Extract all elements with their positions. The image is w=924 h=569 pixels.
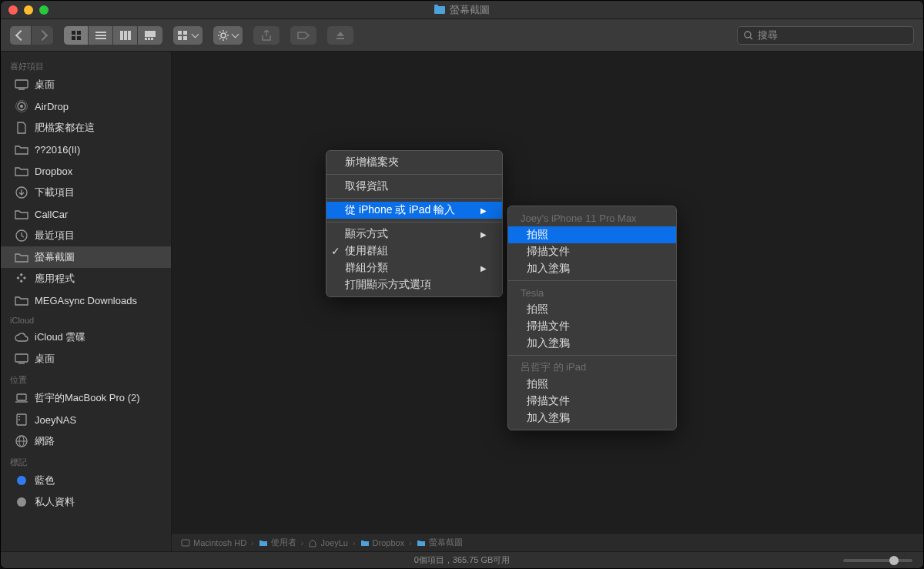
submenu-device-header: Tesla	[508, 284, 676, 301]
list-icon	[95, 31, 106, 40]
path-crumb[interactable]: JoeyLu	[308, 538, 347, 547]
svg-point-23	[20, 105, 23, 108]
svg-rect-21	[15, 80, 28, 88]
svg-rect-0	[72, 31, 75, 35]
sidebar-item-label: 應用程式	[35, 272, 75, 286]
close-button[interactable]	[8, 5, 18, 15]
chevron-right-icon: ›	[301, 538, 304, 547]
menu-item[interactable]: 群組分類▶	[326, 259, 502, 276]
submenu-item[interactable]: 加入塗鴉	[508, 260, 676, 277]
sidebar-item[interactable]: AirDrop	[1, 95, 171, 117]
sidebar-item[interactable]: 桌面	[1, 348, 171, 370]
sidebar-item[interactable]: 桌面	[1, 74, 171, 95]
sidebar-item[interactable]: 應用程式	[1, 268, 171, 290]
sidebar-item[interactable]: 哲宇的MacBook Pro (2)	[1, 387, 171, 409]
eject-button[interactable]	[327, 26, 353, 45]
sidebar-item[interactable]: 肥檔案都在這	[1, 117, 171, 139]
submenu-item[interactable]: 加入塗鴉	[508, 335, 676, 352]
sidebar-item[interactable]: ??2016(II)	[1, 139, 171, 160]
svg-rect-1	[77, 31, 81, 35]
sidebar-item[interactable]: 藍色	[1, 470, 171, 491]
submenu-arrow-icon: ▶	[480, 206, 487, 215]
folder-icon	[15, 295, 28, 306]
sidebar-item[interactable]: Dropbox	[1, 160, 171, 182]
sidebar-item-label: JoeyNAS	[35, 414, 76, 426]
sidebar-item[interactable]: 私人資料	[1, 491, 171, 513]
context-submenu[interactable]: Joey's iPhone 11 Pro Max拍照掃描文件加入塗鴉Tesla拍…	[507, 206, 677, 430]
menu-item[interactable]: 新增檔案夾	[326, 154, 502, 171]
chevron-right-icon: ›	[251, 538, 254, 547]
menu-item-label: 打開顯示方式選項	[345, 278, 431, 292]
path-crumb[interactable]: Dropbox	[360, 538, 405, 547]
columns-icon	[120, 31, 131, 40]
submenu-item[interactable]: 加入塗鴉	[508, 410, 676, 427]
forward-button[interactable]	[32, 26, 53, 45]
search-placeholder: 搜尋	[758, 28, 778, 42]
sidebar-item[interactable]: MEGAsync Downloads	[1, 290, 171, 311]
icon-view-button[interactable]	[64, 26, 89, 45]
path-crumb[interactable]: 使用者	[259, 537, 296, 548]
content-pane: 新增檔案夾取得資訊從 iPhone 或 iPad 輸入▶顯示方式▶✓使用群組群組…	[172, 52, 923, 551]
download-icon	[15, 187, 28, 198]
sidebar-section-header: 喜好項目	[1, 56, 171, 74]
sidebar-item[interactable]: iCloud 雲碟	[1, 326, 171, 348]
share-button[interactable]	[253, 26, 280, 45]
sidebar[interactable]: 喜好項目桌面AirDrop肥檔案都在這??2016(II)Dropbox下載項目…	[1, 52, 172, 551]
sidebar-section-header: 標記	[1, 452, 171, 470]
path-crumb[interactable]: 螢幕截圖	[417, 537, 463, 548]
submenu-item[interactable]: 掃描文件	[508, 393, 676, 410]
path-crumb[interactable]: Macintosh HD	[181, 538, 246, 547]
menu-item[interactable]: ✓使用群組	[326, 243, 502, 259]
content-area[interactable]: 新增檔案夾取得資訊從 iPhone 或 iPad 輸入▶顯示方式▶✓使用群組群組…	[172, 52, 923, 533]
svg-rect-32	[17, 414, 26, 425]
folder-icon	[15, 209, 28, 219]
context-menu[interactable]: 新增檔案夾取得資訊從 iPhone 或 iPad 輸入▶顯示方式▶✓使用群組群組…	[326, 150, 503, 297]
tag-blue-icon	[15, 475, 28, 486]
menu-item[interactable]: 取得資訊	[326, 178, 502, 195]
tag-gray-icon	[15, 497, 28, 507]
sidebar-item[interactable]: CallCar	[1, 203, 171, 225]
menu-item-label: 從 iPhone 或 iPad 輸入	[345, 203, 455, 217]
sidebar-item[interactable]: JoeyNAS	[1, 409, 171, 430]
window-title: 螢幕截圖	[450, 3, 490, 17]
group-dropdown[interactable]	[173, 26, 203, 45]
sidebar-item[interactable]: 最近項目	[1, 225, 171, 246]
submenu-item[interactable]: 拍照	[508, 301, 676, 318]
svg-rect-10	[145, 31, 156, 37]
grid-icon	[71, 30, 82, 41]
zoom-button[interactable]	[39, 5, 49, 15]
minimize-button[interactable]	[24, 5, 33, 15]
column-view-button[interactable]	[113, 26, 138, 45]
apps-icon	[15, 273, 28, 284]
action-dropdown[interactable]	[213, 26, 243, 45]
menu-item[interactable]: 打開顯示方式選項	[326, 276, 502, 293]
folder-icon	[259, 539, 268, 547]
chevron-right-icon: ›	[409, 538, 412, 547]
svg-rect-9	[128, 31, 131, 40]
svg-rect-17	[183, 36, 187, 40]
menu-item[interactable]: 顯示方式▶	[326, 226, 502, 243]
back-button[interactable]	[10, 26, 32, 45]
zoom-slider[interactable]	[843, 559, 912, 562]
menu-item[interactable]: 從 iPhone 或 iPad 輸入▶	[326, 202, 502, 219]
gallery-view-button[interactable]	[138, 26, 162, 45]
path-bar[interactable]: Macintosh HD›使用者›JoeyLu›Dropbox›螢幕截圖	[172, 533, 923, 551]
path-crumb-label: 螢幕截圖	[429, 537, 463, 548]
list-view-button[interactable]	[89, 26, 113, 45]
menu-item-label: 群組分類	[345, 261, 388, 275]
menu-item-label: 使用群組	[345, 244, 388, 258]
sidebar-item-label: 桌面	[35, 352, 55, 366]
submenu-item-label: 加入塗鴉	[527, 262, 570, 276]
svg-point-18	[221, 33, 226, 38]
tags-button[interactable]	[290, 26, 316, 45]
submenu-item-label: 加入塗鴉	[527, 336, 570, 350]
sidebar-item[interactable]: 下載項目	[1, 182, 171, 203]
submenu-item[interactable]: 掃描文件	[508, 318, 676, 335]
submenu-item[interactable]: 拍照	[508, 226, 676, 243]
desktop-icon	[15, 353, 28, 364]
sidebar-item[interactable]: 螢幕截圖	[1, 246, 171, 268]
submenu-item[interactable]: 拍照	[508, 376, 676, 393]
search-field[interactable]: 搜尋	[737, 26, 914, 45]
sidebar-item[interactable]: 網路	[1, 430, 171, 452]
submenu-item[interactable]: 掃描文件	[508, 243, 676, 260]
